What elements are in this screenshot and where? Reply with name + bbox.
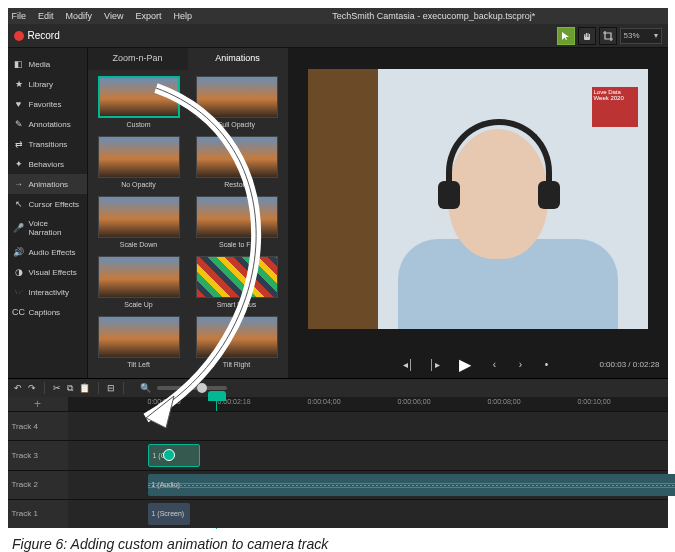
menu-export[interactable]: Export: [135, 11, 161, 21]
sidebar-item-animations[interactable]: →Animations: [8, 174, 87, 194]
mic-icon: 🎤: [14, 223, 24, 233]
chevron-down-icon: ▾: [654, 31, 658, 40]
track-2: Track 2 1 (Audio): [8, 470, 668, 499]
track-3: Track 3 1 (C…: [8, 440, 668, 469]
menu-edit[interactable]: Edit: [38, 11, 54, 21]
figure-caption: Figure 6: Adding custom animation to cam…: [0, 532, 675, 552]
heart-icon: ♥: [14, 99, 24, 109]
sidebar-item-behaviors[interactable]: ✦Behaviors: [8, 154, 87, 174]
track-lane[interactable]: 1 (Screen): [68, 500, 668, 528]
camtasia-window: File Edit Modify View Export Help TechSm…: [8, 8, 668, 528]
sidebar-item-voice-narration[interactable]: 🎤Voice Narration: [8, 214, 87, 242]
menu-file[interactable]: File: [12, 11, 27, 21]
timeline: ↶ ↷ ✂ ⧉ 📋 ⊟ 🔍 + 0:00:00;00 0:00:02:18 0:…: [8, 378, 668, 528]
hand-tool-button[interactable]: [578, 27, 596, 45]
record-button[interactable]: Record: [14, 30, 60, 41]
preview-canvas[interactable]: Love Data Week 2020: [308, 69, 648, 329]
poster: Love Data Week 2020: [592, 87, 638, 127]
behaviors-icon: ✦: [14, 159, 24, 169]
animation-keyframe[interactable]: [163, 449, 175, 461]
preset-custom[interactable]: Custom: [94, 76, 184, 128]
preset-scale-to-fit[interactable]: Scale to Fit: [192, 196, 282, 248]
track-header[interactable]: Track 1: [8, 500, 68, 528]
sidebar-item-library[interactable]: ★Library: [8, 74, 87, 94]
interactivity-icon: ☞: [14, 287, 24, 297]
track-lane[interactable]: [68, 412, 668, 440]
preset-full-opacity[interactable]: Full Opacity: [192, 76, 282, 128]
playback-time: 0:00:03 / 0:02:28: [599, 360, 659, 369]
track-lane[interactable]: 1 (C…: [68, 441, 668, 469]
preset-scale-down[interactable]: Scale Down: [94, 196, 184, 248]
track-header[interactable]: Track 2: [8, 471, 68, 499]
window-title: TechSmith Camtasia - execucomp_backup.ts…: [332, 11, 535, 21]
prev-frame-button[interactable]: ◂│: [400, 355, 418, 373]
menu-modify[interactable]: Modify: [66, 11, 93, 21]
sidebar-item-favorites[interactable]: ♥Favorites: [8, 94, 87, 114]
split-button[interactable]: ⊟: [107, 383, 115, 393]
tab-animations[interactable]: Animations: [188, 48, 288, 70]
timeline-zoom-slider[interactable]: [157, 386, 227, 390]
paste-button[interactable]: 📋: [79, 383, 90, 393]
copy-button[interactable]: ⧉: [67, 383, 73, 394]
visual-effects-icon: ◑: [14, 267, 24, 277]
screen-clip[interactable]: 1 (Screen): [148, 503, 190, 525]
captions-icon: CC: [14, 307, 24, 317]
step-forward-button[interactable]: ›: [512, 355, 530, 373]
cut-button[interactable]: ✂: [53, 383, 61, 393]
playback-controls: ◂│ │▸ ▶ ‹ › • 0:00:03 / 0:02:28: [288, 350, 668, 378]
sidebar-item-visual-effects[interactable]: ◑Visual Effects: [8, 262, 87, 282]
top-toolbar: Record 53% ▾: [8, 24, 668, 48]
record-icon: [14, 31, 24, 41]
crop-tool-button[interactable]: [599, 27, 617, 45]
menu-view[interactable]: View: [104, 11, 123, 21]
media-icon: ◧: [14, 59, 24, 69]
undo-button[interactable]: ↶: [14, 383, 22, 393]
preset-tilt-left[interactable]: Tilt Left: [94, 316, 184, 368]
track-header[interactable]: Track 3: [8, 441, 68, 469]
preset-restore[interactable]: Restore: [192, 136, 282, 188]
zoom-out-button[interactable]: 🔍: [140, 383, 151, 393]
preset-smart-focus[interactable]: Smart Focus: [192, 256, 282, 308]
annotations-icon: ✎: [14, 119, 24, 129]
menu-bar: File Edit Modify View Export Help TechSm…: [8, 8, 668, 24]
record-label: Record: [28, 30, 60, 41]
add-track-button[interactable]: +: [8, 397, 68, 411]
timeline-toolbar: ↶ ↷ ✂ ⧉ 📋 ⊟ 🔍: [8, 379, 668, 397]
play-button[interactable]: ▶: [452, 351, 478, 377]
cursor-icon: ↖: [14, 199, 24, 209]
marker-button[interactable]: •: [538, 355, 556, 373]
menu-help[interactable]: Help: [173, 11, 192, 21]
preset-no-opacity[interactable]: No Opacity: [94, 136, 184, 188]
timeline-ruler[interactable]: 0:00:00;00 0:00:02:18 0:00:04;00 0:00:06…: [68, 397, 668, 411]
sidebar-item-media[interactable]: ◧Media: [8, 54, 87, 74]
track-header[interactable]: Track 4: [8, 412, 68, 440]
sidebar-item-cursor-effects[interactable]: ↖Cursor Effects: [8, 194, 87, 214]
sidebar-item-transitions[interactable]: ⇄Transitions: [8, 134, 87, 154]
sidebar-item-annotations[interactable]: ✎Annotations: [8, 114, 87, 134]
track-1: Track 1 1 (Screen): [8, 499, 668, 528]
tab-zoom-n-pan[interactable]: Zoom-n-Pan: [88, 48, 188, 70]
preset-tilt-right[interactable]: Tilt Right: [192, 316, 282, 368]
sidebar-item-captions[interactable]: CCCaptions: [8, 302, 87, 322]
sidebar-item-audio-effects[interactable]: 🔊Audio Effects: [8, 242, 87, 262]
pointer-tool-button[interactable]: [557, 27, 575, 45]
preset-scale-up[interactable]: Scale Up: [94, 256, 184, 308]
sidebar-item-interactivity[interactable]: ☞Interactivity: [8, 282, 87, 302]
transitions-icon: ⇄: [14, 139, 24, 149]
animations-icon: →: [14, 179, 24, 189]
canvas-zoom-input[interactable]: 53% ▾: [620, 28, 662, 44]
track-4: Track 4: [8, 411, 668, 440]
track-lane[interactable]: 1 (Audio): [68, 471, 668, 499]
tool-sidebar: ◧Media ★Library ♥Favorites ✎Annotations …: [8, 48, 88, 378]
next-frame-button[interactable]: │▸: [426, 355, 444, 373]
audio-clip[interactable]: 1 (Audio): [148, 474, 676, 496]
preview-pane: Love Data Week 2020 ◂│ │▸ ▶ ‹ › • 0:00:0…: [288, 48, 668, 378]
speaker-icon: 🔊: [14, 247, 24, 257]
library-icon: ★: [14, 79, 24, 89]
animations-panel: Zoom-n-Pan Animations Custom Full Opacit…: [88, 48, 288, 378]
step-back-button[interactable]: ‹: [486, 355, 504, 373]
redo-button[interactable]: ↷: [28, 383, 36, 393]
